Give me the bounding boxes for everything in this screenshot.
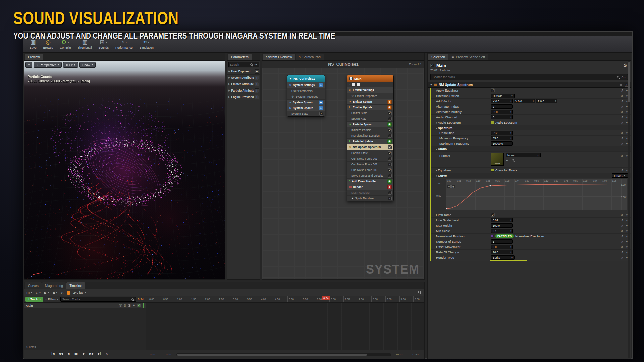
toolbar-button[interactable]: ≈ ▼ Simulation [137, 36, 157, 52]
toolbar-button[interactable]: ⚙ ▼ Compile [57, 36, 74, 52]
reset-to-default-icon[interactable]: ↺ [621, 219, 623, 222]
param-options-icon[interactable]: ▾ [626, 110, 628, 114]
reset-to-default-icon[interactable]: ↺ [621, 131, 623, 135]
param-row[interactable]: Alternater Multiply -2.0▲▼ ↺ ▾ [431, 109, 631, 115]
reset-to-default-icon[interactable]: ↺ [621, 169, 623, 172]
visibility-options-icon[interactable]: ⊙▼ [36, 291, 41, 295]
param-options-icon[interactable]: ▾ [626, 240, 628, 243]
fps-dropdown[interactable]: 240 fps▼ [73, 291, 87, 294]
add-module-button[interactable]: + [319, 100, 323, 105]
parameter-section-row[interactable]: ▶ Particle Attributes + [227, 87, 260, 94]
reset-to-default-icon[interactable]: ↺ [621, 110, 623, 114]
toolbar-button[interactable]: ▦ Thumbnail [75, 36, 95, 52]
param-options-icon[interactable]: ▾ [626, 121, 628, 124]
param-number-input[interactable]: 512▲▼ [491, 131, 513, 135]
param-options-icon[interactable]: ▾ [626, 235, 628, 238]
reset-to-default-icon[interactable]: ↺ [621, 121, 623, 124]
import-curve-button[interactable]: Import▼ [612, 173, 628, 178]
add-parameter-button[interactable]: + [255, 69, 259, 74]
reset-to-default-icon[interactable]: ↺ [621, 224, 623, 227]
reset-to-default-icon[interactable]: ↺ [621, 229, 623, 233]
param-row[interactable]: Rate Of Change 16.0▲▼ ↺ ▾ [431, 250, 631, 255]
module-enabled-checkbox[interactable]: ✓ [388, 157, 392, 161]
param-number-input[interactable]: 1▲▼ [491, 239, 513, 244]
attribute-binding[interactable]: NormalizedExecIndex [515, 235, 545, 238]
node-row[interactable]: ϟ Add Event Handler + [347, 178, 393, 184]
viewport-options-button[interactable]: ▾ [25, 62, 32, 68]
transport-button[interactable]: |◀ [50, 352, 56, 355]
add-parameter-button[interactable]: + [255, 76, 259, 80]
toolbar-button[interactable]: ▣ Save [26, 36, 40, 52]
expander-arrow-icon[interactable]: ▶ [228, 70, 230, 73]
add-parameter-button[interactable]: + [255, 82, 259, 86]
emitter-enabled-checkbox[interactable]: ✓ [349, 77, 353, 80]
transport-button[interactable]: ◀ [66, 352, 71, 355]
node-row[interactable]: Spawn Rate ✓ [347, 116, 393, 121]
param-options-icon[interactable]: ▾ [626, 219, 628, 222]
parameter-section-row[interactable]: ▶ User Exposed + [227, 68, 260, 75]
param-row[interactable]: Alternater Index 2▲▼ ↺ ▾ [431, 104, 631, 109]
curve-plot-area[interactable]: 0.000.060.120.190.250.310.380.440.500.56… [446, 179, 627, 210]
curve-plot[interactable] [446, 179, 621, 211]
param-number-input[interactable]: 2▲▼ [491, 104, 513, 109]
playback-options-icon[interactable]: ▶▼ [44, 291, 49, 295]
param-options-icon[interactable]: ▾ [626, 224, 628, 227]
toolbar-button[interactable]: ⊞ ▼ Bounds [96, 36, 112, 52]
lock-icon[interactable] [418, 292, 421, 294]
node-row[interactable]: ↻ Particle Update + [347, 138, 393, 144]
module-enabled-checkbox[interactable]: ✓ [319, 112, 323, 116]
param-checkbox[interactable]: ✓ [491, 213, 495, 217]
emitter-node-header[interactable]: ✓ Main [347, 75, 393, 82]
selection-scrollbar[interactable] [628, 61, 630, 358]
track-filters-button[interactable]: ▼Filters▼ [45, 298, 59, 301]
expander-arrow-icon[interactable]: ▶ [228, 89, 230, 92]
param-options-icon[interactable]: ▾ [626, 105, 628, 108]
add-parameter-button[interactable]: + [255, 88, 259, 93]
node-row[interactable]: ↻ System Update + [287, 105, 325, 111]
module-enabled-checkbox[interactable]: ✓ [388, 168, 392, 172]
param-row[interactable]: Resolution 512▲▼ ↺ ▾ [431, 130, 631, 136]
param-row[interactable]: Offset Movement 0.0▲▼ ↺ ▾ [431, 244, 631, 250]
expander-arrow-icon[interactable]: ▼ [430, 84, 432, 86]
param-options-icon[interactable]: ▾ [626, 213, 628, 217]
parent-arrow-icon[interactable]: ↑ [349, 83, 350, 86]
param-number-input[interactable]: 16.0▲▼ [491, 250, 513, 254]
param-number-input[interactable]: 100.0▲▼ [491, 223, 513, 228]
reset-to-default-icon[interactable]: ↺ [621, 240, 623, 243]
add-module-button[interactable]: + [319, 106, 323, 110]
module-enabled-checkbox[interactable]: ✓ [388, 117, 392, 121]
isolate-icon[interactable] [352, 83, 355, 86]
param-options-icon[interactable]: ▾ [626, 94, 628, 98]
param-number-input[interactable]: 0▲▼ [491, 115, 513, 119]
reset-to-default-icon[interactable]: ↺ [621, 235, 623, 238]
node-row[interactable]: Curl Noise Force 002 ✓ [347, 161, 393, 167]
reset-to-default-icon[interactable]: ↺ [621, 251, 623, 254]
module-enabled-checkbox[interactable]: ✓ [388, 134, 392, 138]
use-selected-asset-icon[interactable]: ← [506, 158, 509, 162]
node-row[interactable]: NM Visualizer Location ✓ [347, 133, 393, 138]
timeline-scrollbar[interactable] [176, 353, 391, 356]
transport-button[interactable]: ▶▶ [89, 352, 94, 355]
param-number-input[interactable]: 0.1▲▼ [491, 229, 513, 233]
node-row[interactable]: Initialize Particle ✓ [347, 127, 393, 133]
chevron-down-icon[interactable]: ▼ [125, 41, 127, 43]
timeline-track-area[interactable] [146, 303, 424, 350]
param-dropdown[interactable]: Sprite▼ [491, 255, 515, 260]
param-row[interactable]: Number of Bands 1▲▼ ↺ ▾ [431, 239, 631, 244]
show-button[interactable]: Show ▾ [79, 62, 96, 68]
transport-button[interactable]: ◀◀ [58, 352, 63, 355]
module-enabled-checkbox[interactable]: ✓ [388, 191, 392, 195]
module-enabled-checkbox[interactable]: ✓ [388, 128, 392, 132]
node-graph[interactable]: SYSTEM ✦ NS_CurlNoise1 ⚙ System Settings [262, 68, 424, 279]
node-row[interactable]: ✦ System Spawn + [287, 99, 325, 105]
add-track-button[interactable]: + Track▼ [25, 297, 43, 302]
vector-y-input[interactable]: Y 0.0▲▼ [514, 99, 535, 103]
track-search-input[interactable] [62, 298, 130, 301]
node-row[interactable]: ⚙ System Properties [287, 94, 325, 99]
param-row[interactable]: Add Vector X 0.0▲▼ Y 0.0▲▼ Z 0.0▲▼ [431, 99, 631, 104]
browse-asset-icon[interactable] [512, 159, 514, 161]
vector-x-input[interactable]: X 0.0▲▼ [491, 99, 513, 103]
node-row[interactable]: ✦ Particle Spawn + [347, 121, 393, 127]
param-row[interactable]: Minimum Frequency 55.0▲▼ ↺ ▾ [431, 136, 631, 141]
param-number-input[interactable]: 0.02▲▼ [491, 218, 513, 222]
